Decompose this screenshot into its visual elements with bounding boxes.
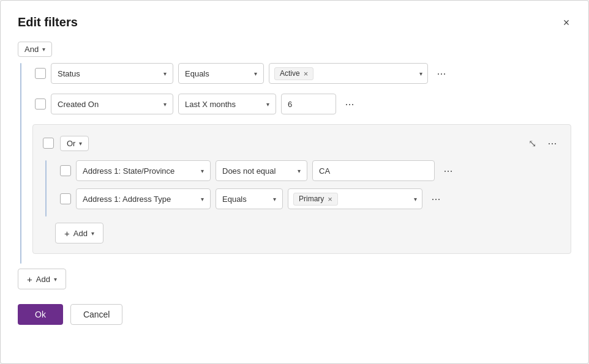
bottom-add-label: Add [36, 275, 50, 284]
address-type-checkbox[interactable] [60, 193, 71, 204]
status-active-tag: Active × [274, 67, 313, 80]
status-field-label: Status [58, 69, 80, 78]
address-state-more-button[interactable]: ··· [440, 162, 457, 179]
status-tag-label: Active [280, 69, 300, 78]
or-rows: Address 1: State/Province ▾ Does not equ… [55, 160, 561, 217]
status-field-chevron: ▾ [163, 70, 167, 77]
createdon-value-field: 6 [281, 94, 336, 114]
createdon-filter-row: Created On ▾ Last X months ▾ 6 ··· [30, 94, 571, 114]
collapse-icon: ⤡ [528, 138, 536, 149]
address-type-field-chevron: ▾ [201, 196, 204, 202]
createdon-field-chevron: ▾ [163, 101, 167, 108]
edit-filters-dialog: Edit filters × And ▾ Status ▾ Equals ▾ [0, 0, 589, 364]
address-state-filter-row: Address 1: State/Province ▾ Does not equ… [55, 160, 561, 181]
bottom-add-plus-icon: + [27, 274, 32, 284]
address-type-operator-select[interactable]: Equals ▾ [216, 188, 283, 209]
and-group-header: And ▾ [18, 42, 571, 57]
or-group-more-button[interactable]: ··· [544, 135, 561, 152]
createdon-operator-chevron: ▾ [266, 101, 269, 108]
bottom-add-button[interactable]: + Add ▾ [18, 269, 66, 289]
or-filter-section: Address 1: State/Province ▾ Does not equ… [43, 160, 561, 217]
address-type-more-button[interactable]: ··· [427, 190, 445, 207]
createdon-operator-label: Last X months [185, 100, 236, 109]
main-filter-section: Status ▾ Equals ▾ Active × ▾ ··· [18, 63, 571, 264]
address-type-operator-label: Equals [222, 195, 247, 204]
address-type-value-field[interactable]: Primary × ▾ [288, 188, 422, 209]
dialog-footer: Ok Cancel [18, 304, 571, 325]
address-type-field-label: Address 1: Address Type [83, 195, 171, 204]
address-type-tag-close-icon[interactable]: × [328, 195, 332, 204]
or-collapse-button[interactable]: ⤡ [526, 135, 539, 152]
dialog-title: Edit filters [18, 15, 571, 29]
main-rows: Status ▾ Equals ▾ Active × ▾ ··· [30, 63, 571, 264]
or-add-row: + Add ▾ [55, 223, 561, 243]
or-group: Or ▾ ⤡ ··· [32, 124, 571, 254]
address-state-operator-label: Does not equal [222, 166, 276, 176]
address-state-field-label: Address 1: State/Province [83, 166, 174, 176]
left-connector-bar [20, 63, 21, 264]
address-type-filter-row: Address 1: Address Type ▾ Equals ▾ Prima… [55, 188, 561, 209]
status-value-field[interactable]: Active × ▾ [269, 63, 428, 84]
createdon-field-label: Created On [58, 100, 99, 109]
or-group-actions: ⤡ ··· [526, 135, 561, 152]
createdon-operator-select[interactable]: Last X months ▾ [178, 94, 276, 114]
or-label: Or [67, 139, 75, 148]
or-group-header: Or ▾ ⤡ ··· [43, 135, 561, 152]
address-state-operator-chevron: ▾ [298, 168, 301, 174]
status-operator-select[interactable]: Equals ▾ [178, 63, 264, 84]
address-type-operator-chevron: ▾ [273, 196, 276, 202]
and-chevron-icon: ▾ [42, 46, 45, 53]
createdon-row-more-button[interactable]: ··· [341, 95, 358, 113]
status-tag-close-icon[interactable]: × [304, 69, 309, 78]
address-type-primary-tag: Primary × [293, 193, 338, 206]
and-label: And [24, 45, 39, 54]
or-add-chevron-icon: ▾ [91, 230, 94, 237]
or-left-connector-bar [45, 160, 47, 217]
or-chevron-icon: ▾ [79, 140, 82, 147]
status-row-checkbox[interactable] [35, 68, 46, 79]
createdon-field-select[interactable]: Created On ▾ [51, 94, 173, 114]
status-row-more-button[interactable]: ··· [433, 65, 450, 82]
address-state-value-field: CA [312, 160, 435, 181]
address-state-field-select[interactable]: Address 1: State/Province ▾ [76, 160, 211, 181]
address-state-operator-select[interactable]: Does not equal ▾ [216, 160, 307, 181]
bottom-add-row: + Add ▾ [18, 269, 571, 289]
address-state-value-label: CA [319, 166, 330, 176]
or-add-button[interactable]: + Add ▾ [55, 223, 103, 243]
or-group-checkbox[interactable] [43, 138, 54, 149]
or-dropdown[interactable]: Or ▾ [60, 136, 89, 151]
address-type-field-select[interactable]: Address 1: Address Type ▾ [76, 188, 211, 209]
address-type-tag-label: Primary [299, 195, 324, 203]
status-filter-row: Status ▾ Equals ▾ Active × ▾ ··· [30, 63, 571, 84]
and-dropdown[interactable]: And ▾ [18, 42, 52, 57]
address-state-field-chevron: ▾ [201, 168, 204, 174]
status-operator-chevron: ▾ [254, 70, 257, 77]
createdon-value-label: 6 [288, 100, 292, 109]
or-add-label: Add [73, 229, 88, 238]
status-field-select[interactable]: Status ▾ [51, 63, 173, 84]
address-type-value-chevron: ▾ [414, 196, 417, 202]
close-button[interactable]: × [557, 13, 576, 32]
status-operator-label: Equals [185, 69, 209, 78]
or-add-plus-icon: + [64, 228, 70, 239]
address-state-checkbox[interactable] [60, 165, 71, 176]
createdon-row-checkbox[interactable] [35, 98, 46, 110]
cancel-button[interactable]: Cancel [70, 304, 123, 325]
ok-button[interactable]: Ok [18, 304, 63, 325]
status-value-chevron: ▾ [419, 70, 422, 77]
bottom-add-chevron-icon: ▾ [54, 276, 57, 283]
